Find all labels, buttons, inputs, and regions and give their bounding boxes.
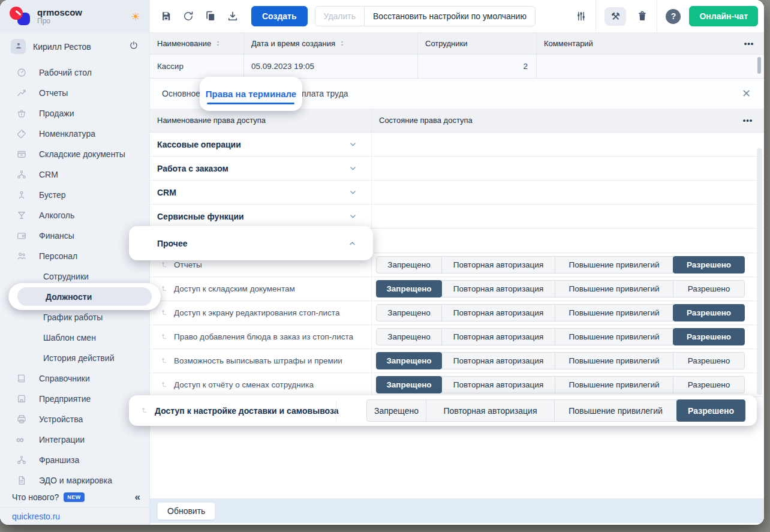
state-option[interactable]: Разрешено: [673, 328, 745, 345]
state-option[interactable]: Повышение привилегий: [555, 280, 673, 297]
state-options-group: ЗапрещеноПовторная авторизацияПовышение …: [376, 256, 745, 273]
theme-toggle-sun-icon[interactable]: ☀: [131, 10, 140, 23]
save-icon[interactable]: [160, 10, 172, 22]
state-option[interactable]: Повышение привилегий: [555, 376, 673, 393]
create-button[interactable]: Создать: [251, 6, 308, 26]
state-option[interactable]: Запрещено: [376, 376, 442, 393]
state-option[interactable]: Запрещено: [376, 352, 442, 369]
state-option[interactable]: Запрещено: [376, 304, 442, 321]
sidebar-item[interactable]: Бустер: [0, 185, 150, 205]
column-header[interactable]: Дата и время создания: [243, 33, 417, 54]
permission-name-column-header: Наименование права доступа: [150, 109, 371, 132]
sidebar-item[interactable]: ЭДО и маркировка: [0, 470, 150, 491]
delete-button[interactable]: Удалить: [315, 6, 365, 26]
collapse-sidebar-icon[interactable]: «: [135, 491, 140, 503]
sidebar-item[interactable]: ∞Интеграции: [0, 429, 150, 450]
sidebar-item[interactable]: Рабочий стол: [0, 62, 150, 83]
sidebar-item[interactable]: Предприятие: [0, 389, 150, 409]
roles-table-row[interactable]: Кассир05.09.2023 19:052: [150, 55, 764, 79]
duplicate-icon[interactable]: [204, 10, 216, 22]
permission-category-row[interactable]: Сервисные функции: [150, 205, 764, 229]
sidebar-item[interactable]: Отчеты: [0, 83, 150, 103]
state-option[interactable]: Запрещено: [376, 256, 442, 273]
chevron-up-icon[interactable]: [347, 238, 357, 248]
state-option[interactable]: Разрешено: [673, 280, 745, 297]
tools-button[interactable]: ⚒: [604, 7, 626, 26]
permission-category-row[interactable]: Кассовые операции: [150, 133, 764, 157]
sidebar-item[interactable]: Справочники: [0, 368, 150, 389]
sidebar-item[interactable]: Продажи: [0, 103, 150, 124]
permission-label: Доступ к складским документам: [174, 284, 295, 293]
sidebar-item[interactable]: Персонал: [0, 246, 150, 266]
help-button[interactable]: ?: [666, 9, 681, 24]
sidebar-item[interactable]: График работы: [0, 307, 150, 327]
sidebar-item-active[interactable]: Должности: [17, 287, 152, 306]
restore-defaults-button[interactable]: Восстановить настройки по умолчанию: [364, 6, 536, 26]
chart-icon: [16, 88, 27, 98]
permission-category-row[interactable]: CRM: [150, 181, 764, 205]
state-option[interactable]: Повышение привилегий: [555, 352, 673, 369]
column-settings-sliders-icon[interactable]: [575, 10, 587, 22]
state-option[interactable]: Разрешено: [673, 304, 745, 321]
tab-payroll[interactable]: Оплата труда: [295, 79, 348, 109]
quickresto-site-link[interactable]: quickresto.ru: [12, 512, 60, 521]
export-download-icon[interactable]: [227, 10, 239, 22]
sidebar: qrmoscow Про ☀ Кирилл Рестов Рабочий сто…: [0, 0, 150, 525]
state-option[interactable]: Повышение привилегий: [555, 304, 673, 321]
state-options-group: ЗапрещеноПовторная авторизацияПовышение …: [376, 352, 745, 369]
sidebar-item[interactable]: Алкоголь: [0, 205, 150, 226]
state-option[interactable]: Повторная авторизация: [441, 376, 555, 393]
column-header[interactable]: Комментарий: [536, 33, 734, 54]
permissions-more-icon[interactable]: •••: [732, 109, 764, 132]
close-panel-icon[interactable]: ✕: [742, 79, 751, 109]
state-option[interactable]: Повторная авторизация: [441, 304, 555, 321]
sidebar-item[interactable]: Франшиза: [0, 450, 150, 470]
sidebar-item[interactable]: Устройства: [0, 409, 150, 429]
logout-power-icon[interactable]: [128, 40, 139, 53]
state-option[interactable]: Повторная авторизация: [441, 352, 555, 369]
sidebar-item-label: Финансы: [39, 231, 74, 241]
state-option[interactable]: Повышение привилегий: [555, 328, 673, 345]
state-option[interactable]: Повторная авторизация: [426, 399, 555, 422]
column-header-label: Комментарий: [544, 39, 593, 48]
state-option[interactable]: Повторная авторизация: [441, 328, 555, 345]
state-option[interactable]: Повторная авторизация: [441, 256, 555, 273]
state-options-group: ЗапрещеноПовторная авторизацияПовышение …: [376, 328, 745, 345]
whats-new-link[interactable]: Что нового?: [12, 492, 59, 502]
sidebar-item[interactable]: Номенклатура: [0, 124, 150, 144]
roles-more-icon[interactable]: •••: [734, 33, 764, 54]
toolbar-divider: [595, 0, 596, 33]
state-option[interactable]: Разрешено: [673, 256, 745, 273]
trash-icon[interactable]: [636, 10, 648, 22]
sidebar-item[interactable]: Шаблон смен: [0, 327, 150, 348]
tab-main[interactable]: Основное: [162, 79, 200, 109]
update-button[interactable]: Обновить: [157, 502, 215, 520]
subitem-arrow-icon: [141, 406, 150, 415]
tag-icon: [16, 128, 27, 139]
column-header[interactable]: Сотрудники: [417, 33, 536, 54]
state-option[interactable]: Запрещено: [366, 399, 426, 422]
column-header[interactable]: Наименование: [150, 33, 243, 54]
sidebar-item[interactable]: История действий: [0, 348, 150, 368]
sidebar-item[interactable]: Складские документы: [0, 144, 150, 164]
permissions-scrollbar[interactable]: [757, 148, 762, 395]
tab-terminal-rights[interactable]: Права на терминале: [206, 89, 296, 99]
refresh-icon[interactable]: [182, 10, 194, 22]
permission-category-row[interactable]: Работа с заказом: [150, 157, 764, 181]
state-option[interactable]: Запрещено: [376, 328, 442, 345]
online-chat-button[interactable]: Онлайн-чат: [689, 6, 758, 26]
sidebar-item[interactable]: CRM: [0, 164, 150, 185]
state-option[interactable]: Запрещено: [376, 280, 442, 297]
state-option[interactable]: Разрешено: [673, 376, 745, 393]
role-employees-cell: 2: [417, 55, 536, 78]
roles-scrollbar[interactable]: [757, 57, 761, 74]
sidebar-item[interactable]: Финансы: [0, 226, 150, 246]
state-option[interactable]: Повторная авторизация: [441, 280, 555, 297]
state-option[interactable]: Повышение привилегий: [555, 256, 673, 273]
state-option[interactable]: Повышение привилегий: [554, 399, 677, 422]
state-option[interactable]: Разрешено: [673, 352, 745, 369]
state-option[interactable]: Разрешено: [676, 399, 745, 422]
spotlight-category-other[interactable]: Прочее: [129, 226, 373, 260]
category-label[interactable]: Прочее: [157, 239, 188, 248]
store-icon: [16, 393, 27, 404]
